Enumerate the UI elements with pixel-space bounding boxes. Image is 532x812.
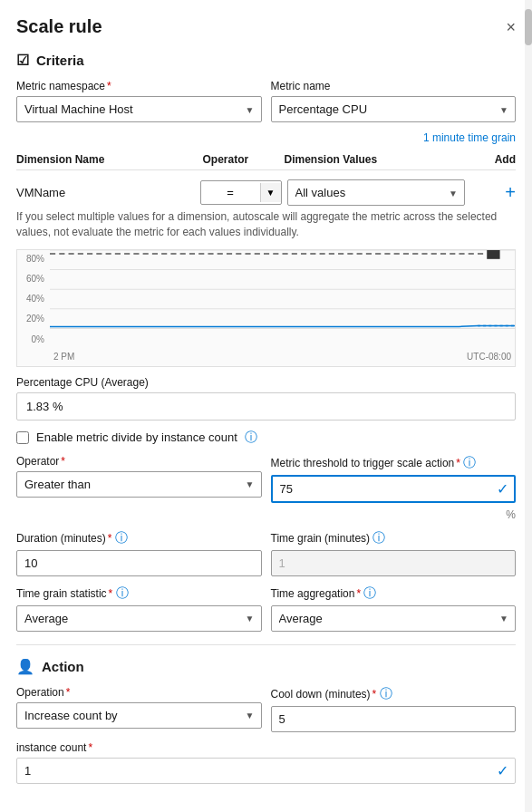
operation-label: Operation* bbox=[16, 686, 262, 699]
dimension-table-header: Dimension Name Operator Dimension Values… bbox=[16, 150, 516, 170]
aggregation-group: Time aggregation* ⓘ Average Min Max Sum … bbox=[271, 585, 517, 632]
instance-count-check-icon: ✓ bbox=[497, 762, 508, 779]
aggregation-label: Time aggregation* ⓘ bbox=[271, 585, 517, 602]
operator-select[interactable]: Greater than Greater than or equal to Le… bbox=[16, 471, 262, 498]
statistic-aggregation-row: Time grain statistic* ⓘ Average Min Max … bbox=[16, 585, 516, 632]
action-title: 👤 Action bbox=[16, 658, 516, 675]
cooldown-input[interactable] bbox=[271, 706, 517, 732]
threshold-check-icon: ✓ bbox=[497, 480, 508, 498]
aggregation-select[interactable]: Average Min Max Sum bbox=[271, 605, 517, 632]
aggregation-info-icon[interactable]: ⓘ bbox=[363, 585, 376, 600]
time-grain-label: Time grain (minutes) ⓘ bbox=[271, 530, 517, 546]
duration-group: Duration (minutes)* ⓘ bbox=[16, 530, 262, 576]
svg-rect-6 bbox=[487, 250, 499, 259]
chart-svg bbox=[50, 250, 515, 348]
enable-divide-row: Enable metric divide by instance count ⓘ bbox=[16, 430, 516, 446]
threshold-pct-note: % bbox=[271, 508, 517, 521]
dim-col-name: Dimension Name bbox=[16, 153, 203, 166]
add-dimension-btn[interactable]: + bbox=[470, 182, 516, 203]
operator-value: = bbox=[201, 181, 260, 204]
cooldown-label: Cool down (minutes)* ⓘ bbox=[271, 686, 517, 702]
duration-timegrain-row: Duration (minutes)* ⓘ Time grain (minute… bbox=[16, 530, 516, 576]
chart-y-20: 20% bbox=[19, 314, 48, 324]
duration-label: Duration (minutes)* ⓘ bbox=[16, 530, 262, 546]
metric-name-label: Metric name bbox=[271, 80, 517, 92]
metric-namespace-label: Metric namespace* bbox=[16, 80, 262, 92]
metric-namespace-select[interactable]: Virtual Machine Host bbox=[16, 96, 262, 122]
operator-select-wrapper: Greater than Greater than or equal to Le… bbox=[16, 471, 262, 498]
dimension-row: VMName = ▼ All values ▼ + bbox=[16, 176, 516, 209]
chart-x-utc: UTC-08:00 bbox=[467, 352, 511, 362]
metric-namespace-select-wrapper: Virtual Machine Host ▼ bbox=[16, 96, 262, 122]
operation-cooldown-row: Operation* Increase count by Decrease co… bbox=[16, 686, 516, 732]
metric-namespace-row: Metric namespace* Virtual Machine Host ▼… bbox=[16, 80, 516, 122]
chart-y-0: 0% bbox=[19, 334, 48, 344]
dimension-info-text: If you select multiple values for a dime… bbox=[16, 209, 516, 240]
dim-col-add: Add bbox=[470, 153, 516, 166]
aggregation-select-wrapper: Average Min Max Sum ▼ bbox=[271, 605, 517, 632]
metric-current-label: Percentage CPU (Average) bbox=[16, 376, 516, 389]
criteria-section: ☑ Criteria Metric namespace* Virtual Mac… bbox=[16, 52, 516, 632]
instance-count-label: instance count* bbox=[16, 741, 516, 754]
dimension-name: VMName bbox=[16, 186, 195, 199]
close-button[interactable]: × bbox=[506, 19, 516, 35]
metric-name-select-wrapper: Percentage CPU ▼ bbox=[271, 96, 517, 122]
chart-y-80: 80% bbox=[19, 254, 48, 264]
threshold-group: Metric threshold to trigger scale action… bbox=[271, 455, 517, 521]
metric-namespace-group: Metric namespace* Virtual Machine Host ▼ bbox=[16, 80, 262, 122]
operator-label: Operator* bbox=[16, 455, 262, 468]
action-icon: 👤 bbox=[16, 658, 34, 675]
statistic-info-icon[interactable]: ⓘ bbox=[116, 585, 129, 600]
instance-count-group: instance count* ✓ bbox=[16, 741, 516, 784]
duration-input[interactable] bbox=[16, 550, 262, 576]
scale-rule-panel: Scale rule × ☑ Criteria Metric namespace… bbox=[0, 0, 532, 812]
threshold-info-icon[interactable]: ⓘ bbox=[463, 455, 476, 469]
operation-group: Operation* Increase count by Decrease co… bbox=[16, 686, 262, 732]
operator-threshold-row: Operator* Greater than Greater than or e… bbox=[16, 455, 516, 521]
instance-count-input[interactable] bbox=[16, 758, 516, 784]
panel-title: Scale rule bbox=[16, 16, 102, 37]
statistic-group: Time grain statistic* ⓘ Average Min Max … bbox=[16, 585, 262, 632]
threshold-input-wrapper: ✓ bbox=[271, 475, 517, 503]
metric-name-select[interactable]: Percentage CPU bbox=[271, 96, 517, 122]
scrollbar[interactable] bbox=[525, 0, 532, 812]
duration-info-icon[interactable]: ⓘ bbox=[115, 530, 128, 545]
instance-count-input-wrapper: ✓ bbox=[16, 758, 516, 784]
operator-chevron-icon[interactable]: ▼ bbox=[260, 183, 281, 202]
time-grain-note: 1 minute time grain bbox=[16, 131, 516, 144]
chart-x-labels: 2 PM UTC-08:00 bbox=[50, 348, 515, 366]
cooldown-info-icon[interactable]: ⓘ bbox=[380, 686, 392, 701]
cooldown-group: Cool down (minutes)* ⓘ bbox=[271, 686, 517, 732]
chart-x-2pm: 2 PM bbox=[53, 352, 74, 362]
chart-y-60: 60% bbox=[19, 274, 48, 284]
time-grain-input bbox=[271, 550, 517, 576]
statistic-select-wrapper: Average Min Max Sum ▼ bbox=[16, 605, 262, 632]
section-divider bbox=[16, 644, 516, 645]
chart-y-40: 40% bbox=[19, 294, 48, 304]
operation-select[interactable]: Increase count by Decrease count by Incr… bbox=[16, 702, 262, 729]
metric-name-group: Metric name Percentage CPU ▼ bbox=[271, 80, 517, 122]
metric-chart: 80% 60% 40% 20% 0% bbox=[16, 249, 516, 367]
statistic-select[interactable]: Average Min Max Sum bbox=[16, 605, 262, 632]
operation-select-wrapper: Increase count by Decrease count by Incr… bbox=[16, 702, 262, 729]
dim-values-select-wrapper: All values ▼ bbox=[287, 179, 466, 206]
action-section: 👤 Action Operation* Increase count by De… bbox=[16, 658, 516, 784]
time-grain-info-icon[interactable]: ⓘ bbox=[372, 530, 385, 545]
enable-divide-checkbox[interactable] bbox=[16, 431, 29, 444]
plus-icon[interactable]: + bbox=[505, 182, 516, 203]
chart-area bbox=[50, 250, 515, 348]
statistic-label: Time grain statistic* ⓘ bbox=[16, 585, 262, 602]
enable-divide-info-icon[interactable]: ⓘ bbox=[245, 430, 257, 446]
chart-y-labels: 80% 60% 40% 20% 0% bbox=[17, 250, 50, 348]
operator-box[interactable]: = ▼ bbox=[200, 180, 282, 205]
time-grain-group: Time grain (minutes) ⓘ bbox=[271, 530, 517, 576]
criteria-icon: ☑ bbox=[16, 52, 29, 69]
operator-group: Operator* Greater than Greater than or e… bbox=[16, 455, 262, 521]
threshold-label: Metric threshold to trigger scale action… bbox=[271, 455, 517, 471]
dim-values-select[interactable]: All values bbox=[287, 179, 466, 206]
criteria-title: ☑ Criteria bbox=[16, 52, 516, 69]
enable-divide-label: Enable metric divide by instance count bbox=[36, 430, 237, 444]
threshold-input[interactable] bbox=[271, 475, 517, 503]
panel-header: Scale rule × bbox=[16, 16, 516, 37]
scrollbar-thumb[interactable] bbox=[525, 9, 532, 45]
